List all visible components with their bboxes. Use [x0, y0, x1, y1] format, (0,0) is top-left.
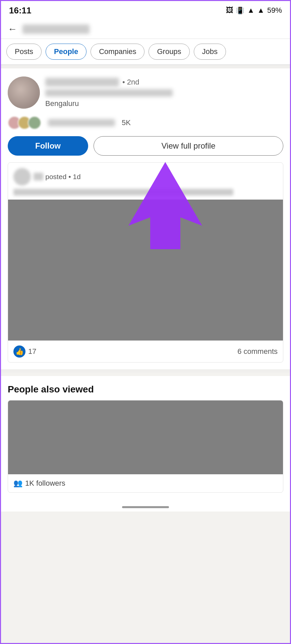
- viewed-followers-label: 1K followers: [25, 479, 65, 488]
- profile-info: • 2nd Bengaluru: [45, 76, 283, 112]
- post-footer: 👍 17 6 comments: [8, 340, 283, 362]
- section-divider-2: [1, 369, 290, 373]
- filter-tabs: Posts People Companies Groups Jobs: [1, 39, 290, 65]
- view-full-profile-button[interactable]: View full profile: [94, 136, 283, 156]
- people-icon: 👥: [13, 479, 22, 488]
- post-image: [8, 200, 283, 340]
- tab-people[interactable]: People: [46, 44, 86, 60]
- action-buttons: Follow View full profile: [8, 136, 283, 156]
- follower-avatar-3: [28, 116, 41, 129]
- tab-groups[interactable]: Groups: [149, 44, 189, 60]
- tab-posts[interactable]: Posts: [6, 44, 42, 60]
- post-text: [13, 189, 233, 196]
- post-card: •••• posted • 1d 👍 17 6 comments: [8, 162, 283, 363]
- vibrate-icon: 📳: [236, 6, 244, 14]
- post-author-avatar: [13, 168, 31, 185]
- status-icons: 🖼 📳 ▲ ▲ 59%: [226, 6, 282, 15]
- section-divider: [1, 65, 290, 68]
- comments-count: 6 comments: [237, 347, 278, 356]
- viewed-person-card[interactable]: 👥 1K followers: [8, 400, 283, 493]
- viewed-card-footer: 👥 1K followers: [8, 474, 283, 492]
- home-indicator: [1, 501, 290, 512]
- profile-name-row: • 2nd: [45, 78, 283, 87]
- people-also-viewed-section: People also viewed 👥 1K followers: [1, 376, 290, 501]
- connection-badge: • 2nd: [122, 78, 139, 87]
- top-nav: ←: [1, 20, 290, 39]
- wifi-icon: ▲: [247, 6, 254, 15]
- profile-location: Bengaluru: [45, 99, 283, 108]
- post-meta: •••• posted • 1d: [34, 173, 81, 181]
- follow-button[interactable]: Follow: [8, 136, 88, 156]
- status-bar: 16:11 🖼 📳 ▲ ▲ 59%: [1, 1, 290, 20]
- profile-name: [45, 78, 119, 87]
- avatar: [8, 76, 40, 109]
- battery-level: 59%: [267, 6, 282, 15]
- people-also-viewed-title: People also viewed: [8, 384, 283, 395]
- like-icon: 👍: [13, 345, 25, 358]
- tab-jobs[interactable]: Jobs: [194, 44, 226, 60]
- follower-avatars: [8, 116, 38, 129]
- post-header: •••• posted • 1d: [8, 163, 283, 189]
- reaction-row: 👍 17: [13, 345, 36, 358]
- home-bar: [122, 506, 169, 508]
- photo-icon: 🖼: [226, 6, 233, 15]
- nav-title: [22, 24, 90, 34]
- profile-header: • 2nd Bengaluru: [8, 76, 283, 112]
- viewed-person-image: [8, 400, 283, 474]
- back-button[interactable]: ←: [8, 24, 17, 35]
- status-time: 16:11: [9, 5, 32, 16]
- followers-row: 5K: [8, 116, 283, 129]
- profile-title: [45, 89, 173, 97]
- followers-count: 5K: [122, 118, 131, 127]
- tab-companies[interactable]: Companies: [91, 44, 144, 60]
- followers-text: [48, 119, 115, 126]
- like-count: 17: [28, 347, 36, 356]
- signal-icon: ▲: [257, 6, 265, 15]
- profile-card: • 2nd Bengaluru 5K Follow View full prof…: [1, 68, 290, 369]
